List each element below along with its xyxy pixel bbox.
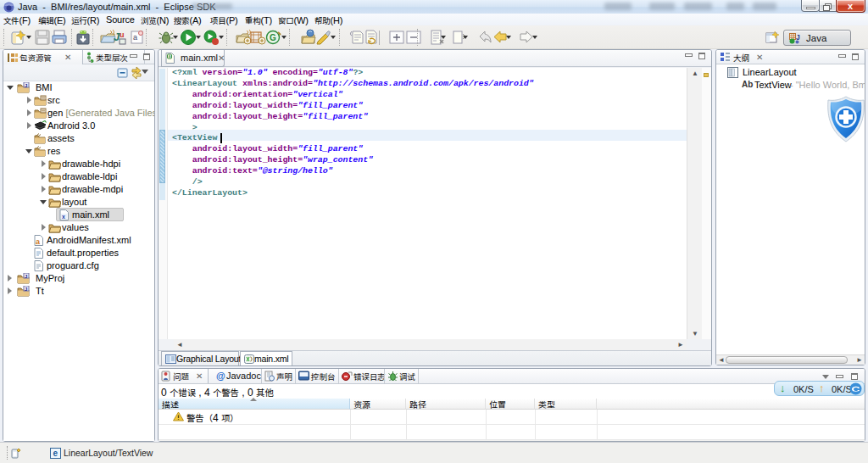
svg-text:a: a [133, 33, 137, 42]
svg-text:J: J [25, 274, 27, 279]
svg-text:G: G [270, 33, 276, 42]
svg-text:J: J [796, 33, 800, 42]
svg-text:u: u [120, 31, 125, 39]
svg-text:e: e [53, 449, 58, 458]
svg-text:J: J [25, 287, 27, 292]
svg-text:a: a [169, 53, 171, 59]
svg-text:x: x [62, 214, 65, 220]
svg-text:J: J [25, 83, 27, 88]
